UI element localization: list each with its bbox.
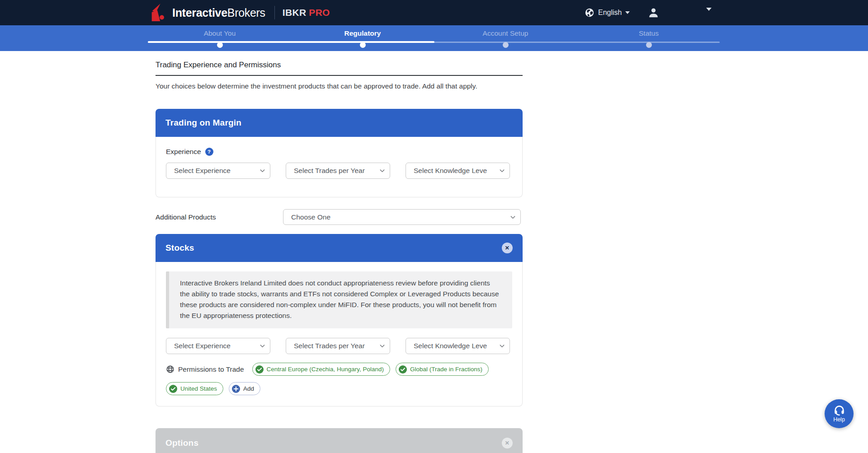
select-value: Select Experience [174,167,231,175]
help-button-label: Help [833,416,845,423]
help-button[interactable]: Help [825,399,854,428]
brand-logo[interactable]: InteractiveBrokers [149,3,265,22]
stocks-header: Stocks ✕ [156,234,523,262]
margin-experience-select[interactable]: Select Experience [166,163,270,179]
stocks-body: Interactive Brokers Ireland Limited does… [156,262,523,406]
stocks-panel: Stocks ✕ Interactive Brokers Ireland Lim… [156,234,523,406]
navbar-divider [274,6,275,19]
select-value: Choose One [291,213,330,221]
product-tier: PRO [309,7,330,18]
check-circle-icon [399,365,407,374]
language-label: English [598,9,622,17]
step-dot [646,42,652,48]
options-panel: Options ✕ [156,428,523,453]
help-tooltip-icon[interactable]: ? [205,148,213,156]
stocks-trades-per-year-select[interactable]: Select Trades per Year [286,338,390,354]
additional-products-select[interactable]: Choose One [283,209,521,225]
additional-products-label: Additional Products [156,213,216,221]
progress-step-about-you[interactable]: About You [165,25,274,48]
title-underline [156,75,523,76]
margin-knowledge-level-select[interactable]: Select Knowledge Leve [406,163,510,179]
chevron-down-icon [499,343,505,349]
user-menu-button[interactable] [647,7,660,19]
appropriateness-notice: Interactive Brokers Ireland Limited does… [166,271,512,328]
permission-chip-global[interactable]: Global (Trade in Fractions) [396,363,489,376]
close-icon[interactable]: ✕ [502,243,513,253]
globe-outline-icon [166,365,175,374]
step-label: Account Setup [451,29,560,37]
select-value: Select Trades per Year [294,342,365,350]
chevron-down-icon [625,11,630,14]
panel-title: Trading on Margin [165,118,241,128]
additional-products-row: Additional Products Choose One [156,209,523,225]
step-label: Regulatory [308,29,417,37]
panel-title: Options [165,438,198,448]
progress-step-regulatory[interactable]: Regulatory [308,25,417,48]
permissions-to-trade-row: Permissions to Trade Central Europe (Cze… [166,363,512,395]
chevron-down-icon [706,8,712,19]
close-icon[interactable]: ✕ [502,438,513,448]
step-label: Status [594,29,703,37]
permission-chip-central-europe[interactable]: Central Europe (Czechia, Hungary, Poland… [252,363,390,376]
select-value: Select Knowledge Leve [414,167,487,175]
check-circle-icon [169,385,177,393]
check-circle-icon [255,365,264,374]
interactive-brokers-icon [149,3,166,22]
stocks-experience-select[interactable]: Select Experience [166,338,270,354]
chevron-down-icon [259,343,265,349]
chevron-down-icon [259,168,265,174]
chip-label: Add [243,385,254,392]
page-intro: Your choices below determine the investm… [156,82,523,90]
language-selector[interactable]: English [585,8,630,18]
product-name: IBKR [283,7,307,18]
chevron-down-icon [379,343,385,349]
margin-trades-per-year-select[interactable]: Select Trades per Year [286,163,390,179]
chevron-down-icon [499,168,505,174]
account-dropdown-caret[interactable] [706,11,712,19]
step-dot [217,42,223,48]
chip-label: United States [180,385,217,392]
brand-wordmark: InteractiveBrokers [172,6,265,19]
globe-icon [585,8,594,18]
step-label: About You [165,29,274,37]
progress-step-account-setup[interactable]: Account Setup [451,25,560,48]
trading-on-margin-body: Experience ? Select Experience Select Tr… [156,137,523,197]
add-permission-button[interactable]: Add [229,382,260,395]
chip-label: Global (Trade in Fractions) [410,366,482,373]
chevron-down-icon [510,214,516,220]
top-navbar: InteractiveBrokers IBKRPRO English [0,0,868,25]
select-value: Select Trades per Year [294,167,365,175]
select-value: Select Knowledge Leve [414,342,487,350]
stocks-knowledge-level-select[interactable]: Select Knowledge Leve [406,338,510,354]
select-value: Select Experience [174,342,231,350]
permission-chip-united-states[interactable]: United States [166,382,223,395]
headset-icon [833,405,845,416]
options-header: Options ✕ [156,428,523,453]
onboarding-progress-bar: About You Regulatory Account Setup Statu… [0,25,868,51]
permissions-caption: Permissions to Trade [166,365,244,374]
experience-label: Experience [166,148,201,156]
plus-circle-icon [232,385,240,393]
user-icon [647,7,660,19]
step-dot [503,42,509,48]
chevron-down-icon [379,168,385,174]
permissions-label: Permissions to Trade [178,365,244,374]
product-badge: IBKRPRO [283,7,330,18]
main-content: Trading Experience and Permissions Your … [156,51,523,453]
page-title: Trading Experience and Permissions [156,61,523,70]
progress-step-status[interactable]: Status [594,25,703,48]
chip-label: Central Europe (Czechia, Hungary, Poland… [267,366,384,373]
trading-on-margin-panel: Trading on Margin Experience ? Select Ex… [156,109,523,197]
step-dot [360,42,366,48]
panel-title: Stocks [165,243,194,253]
trading-on-margin-header: Trading on Margin [156,109,523,137]
